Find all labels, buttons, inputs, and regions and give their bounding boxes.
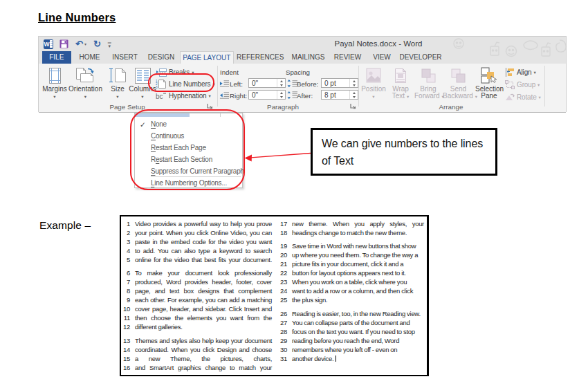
ribbon-tabs: FILEHOMEINSERTDESIGNPAGE LAYOUTREFERENCE… [39,51,566,64]
tab-home[interactable]: HOME [74,51,105,64]
title-bar: W ↶ ▾ ↻ ═▾ Payal Notes.docx - Word [39,37,566,51]
line-text: new theme. When you apply styles, your [292,219,424,228]
line-number: 15 [122,354,130,363]
callout-text: We can give numbers to the lines of Text [322,135,490,169]
line-number: 9 [122,295,130,304]
line-number: 20 [279,250,287,259]
send-backward-button[interactable]: Send Backward ▾ [443,65,474,105]
line-number: 17 [279,219,287,228]
dropdown-arrow-icon: ▾ [103,95,132,99]
line-number: 29 [279,336,287,345]
spinner-icon[interactable] [277,91,285,99]
wrap-text-icon [387,66,414,84]
button-label: Forward [414,92,440,100]
line-number: 6 [122,268,130,277]
redo-icon[interactable]: ↻ [93,39,101,48]
indent-left-input[interactable]: 0" [248,78,286,88]
tab-references[interactable]: REFERENCES [237,51,282,64]
tab-mailings[interactable]: MAILINGS [288,51,328,64]
dropdown-arrow-icon: ▾ [534,70,536,75]
dropdown-arrow-icon: ▾ [407,94,409,99]
example-column-1: 1Video provides a powerful way to help y… [122,219,272,372]
line-text: up where you need them. To change the wa… [292,250,424,259]
example-line-30: 30remembers where you left off - even on [279,345,424,354]
group-caption-page-setup: Page Setup [107,103,148,111]
position-button[interactable]: Position ▾ [361,65,386,105]
example-box: 1Video provides a powerful way to help y… [120,215,429,376]
send-backward-icon [443,66,474,84]
tab-developer[interactable]: DEVELOPER [399,51,442,64]
paragraph-dialog-launcher-icon[interactable] [350,103,357,110]
example-line-11: 11then choose the elements you want from… [122,313,272,322]
margins-button[interactable]: Margins ▾ [42,65,68,105]
line-number: 16 [122,363,130,372]
spacing-label: Spacing [286,68,310,76]
window-title: Payal Notes.docx - Word [335,39,423,48]
button-label: Backward [443,92,473,100]
line-text: picture fits in your document, click it … [292,259,424,268]
example-label: Example – [39,219,91,232]
align-button[interactable]: Align ▾ [505,66,536,78]
button-label: Pane [481,92,497,100]
group-button[interactable]: Group ▾ [505,79,540,91]
line-number: 31 [279,354,287,363]
spacing-after-input[interactable]: 8 pt [321,90,358,100]
customize-qat-icon[interactable]: ═▾ [108,41,111,48]
spinner-icon[interactable] [277,79,285,87]
example-line-2: 2your point. When you click Online Video… [122,228,272,237]
line-number: 10 [122,304,130,313]
line-text: When you work on a table, click where yo… [292,277,424,286]
example-line-14: 14coordinated. When you click Design and… [122,345,272,354]
indent-right-input[interactable]: 0" [248,90,286,100]
example-line-15: 15a new Theme, the pictures, charts, [122,354,272,363]
example-line-27: 27You can collapse parts of the document… [279,318,424,327]
spacing-before-input[interactable]: 0 pt [321,78,358,88]
example-line-4: 4to add. You can also type a keyword to … [122,246,272,255]
tab-design[interactable]: DESIGN [145,51,177,64]
align-icon [505,68,515,77]
rotate-button[interactable]: Rotate ▾ [505,91,541,103]
example-line-12: 12different galleries. [122,322,272,331]
line-text: coordinated. When you click Design and c… [135,345,272,354]
example-line-21: 21picture fits in your document, click i… [279,259,424,268]
line-text: produced, Word provides header, footer, … [135,277,272,286]
line-number: 11 [122,313,130,322]
line-number: 25 [279,295,287,304]
indent-label: Indent [220,68,239,76]
dropdown-arrow-icon: ▾ [209,93,211,99]
selection-pane-button[interactable]: Selection Pane [475,65,503,105]
tab-view[interactable]: VIEW [369,51,394,64]
tab-insert[interactable]: INSERT [109,51,140,64]
indent-left-icon [219,80,229,88]
size-button[interactable]: Size ▾ [103,65,132,105]
hyphenation-button[interactable]: bc Hyphenation ▾ [156,90,211,102]
orientation-button[interactable]: Orientation ▾ [68,65,102,105]
indent-right-icon [219,91,229,100]
tab-file[interactable]: FILE [42,51,71,64]
save-icon[interactable] [59,39,68,48]
line-number: 18 [279,228,287,237]
bring-forward-button[interactable]: Bring Forward ▾ [414,65,442,105]
line-number: 22 [279,268,287,277]
line-number: 28 [279,327,287,336]
tab-review[interactable]: REVIEW [331,51,364,64]
line-number: 26 [279,309,287,318]
line-text: paste in the embed code for the video yo… [135,237,272,246]
line-text: a new Theme, the pictures, charts, [135,354,272,363]
line-text: remembers where you left off - even on [292,345,424,354]
line-number: 13 [122,336,130,345]
line-number: 27 [279,318,287,327]
spinner-icon[interactable] [349,91,358,99]
spinner-icon[interactable] [349,79,358,87]
tab-page-layout[interactable]: PAGE LAYOUT [180,51,235,64]
example-line-24: 24want to add a row or a column, and the… [279,286,424,295]
dropdown-arrow-icon: ▾ [68,95,102,99]
undo-icon[interactable]: ↶ [75,39,83,48]
line-number: 19 [279,241,287,250]
undo-dropdown-icon[interactable]: ▾ [84,41,86,46]
line-number: 1 [122,219,130,228]
word-app-icon[interactable]: W [44,39,53,49]
example-line-5: 5online for the video that best fits you… [122,255,272,264]
group-divider [544,66,545,107]
wrap-text-button[interactable]: Wrap Text ▾ [387,65,414,105]
